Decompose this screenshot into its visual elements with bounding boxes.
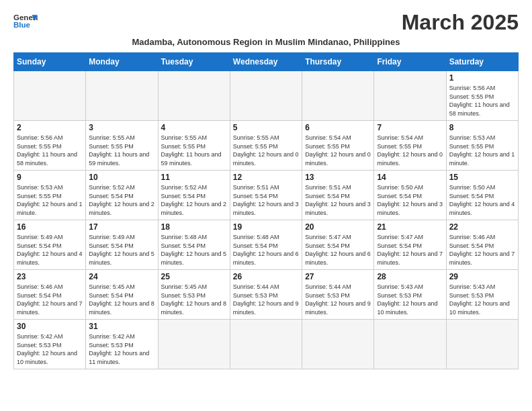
day-number: 31 [89, 322, 154, 331]
header-monday: Monday [86, 53, 158, 71]
day-number: 23 [17, 272, 83, 281]
header-saturday: Saturday [446, 53, 518, 71]
header-thursday: Thursday [302, 53, 374, 71]
table-row: 27Sunrise: 5:44 AM Sunset: 5:53 PM Dayli… [302, 270, 374, 320]
day-number: 28 [377, 272, 443, 281]
table-row: 8Sunrise: 5:53 AM Sunset: 5:55 PM Daylig… [446, 121, 518, 171]
day-info: Sunrise: 5:50 AM Sunset: 5:54 PM Dayligh… [449, 183, 515, 217]
day-info: Sunrise: 5:49 AM Sunset: 5:54 PM Dayligh… [89, 233, 154, 267]
day-info: Sunrise: 5:44 AM Sunset: 5:53 PM Dayligh… [233, 283, 299, 316]
subtitle: Madamba, Autonomous Region in Muslim Min… [13, 37, 519, 47]
day-number: 25 [161, 272, 227, 281]
day-info: Sunrise: 5:48 AM Sunset: 5:54 PM Dayligh… [161, 233, 227, 267]
table-row [230, 320, 302, 369]
table-row: 31Sunrise: 5:42 AM Sunset: 5:53 PM Dayli… [86, 320, 158, 369]
day-info: Sunrise: 5:56 AM Sunset: 5:55 PM Dayligh… [449, 84, 515, 118]
table-row: 20Sunrise: 5:47 AM Sunset: 5:54 PM Dayli… [302, 220, 374, 270]
table-row: 16Sunrise: 5:49 AM Sunset: 5:54 PM Dayli… [14, 220, 86, 270]
table-row: 13Sunrise: 5:51 AM Sunset: 5:54 PM Dayli… [302, 171, 374, 220]
table-row: 2Sunrise: 5:56 AM Sunset: 5:55 PM Daylig… [14, 121, 86, 171]
calendar-week-row: 9Sunrise: 5:53 AM Sunset: 5:55 PM Daylig… [14, 171, 519, 220]
month-title: March 2025 [402, 11, 519, 34]
header-friday: Friday [374, 53, 446, 71]
table-row: 10Sunrise: 5:52 AM Sunset: 5:54 PM Dayli… [86, 171, 158, 220]
day-number: 11 [161, 173, 227, 182]
day-number: 27 [305, 272, 371, 281]
header-sunday: Sunday [14, 53, 86, 71]
table-row: 1Sunrise: 5:56 AM Sunset: 5:55 PM Daylig… [446, 71, 518, 121]
day-number: 26 [233, 272, 299, 281]
day-info: Sunrise: 5:43 AM Sunset: 5:53 PM Dayligh… [377, 283, 443, 316]
day-number: 24 [89, 272, 154, 281]
table-row: 18Sunrise: 5:48 AM Sunset: 5:54 PM Dayli… [158, 220, 230, 270]
table-row: 4Sunrise: 5:55 AM Sunset: 5:55 PM Daylig… [158, 121, 230, 171]
table-row [302, 71, 374, 121]
day-number: 2 [17, 123, 83, 132]
table-row: 26Sunrise: 5:44 AM Sunset: 5:53 PM Dayli… [230, 270, 302, 320]
calendar-week-row: 23Sunrise: 5:46 AM Sunset: 5:54 PM Dayli… [14, 270, 519, 320]
day-info: Sunrise: 5:51 AM Sunset: 5:54 PM Dayligh… [233, 183, 299, 217]
day-info: Sunrise: 5:45 AM Sunset: 5:53 PM Dayligh… [161, 283, 227, 316]
header-tuesday: Tuesday [158, 53, 230, 71]
calendar-week-row: 1Sunrise: 5:56 AM Sunset: 5:55 PM Daylig… [14, 71, 519, 121]
day-number: 5 [233, 123, 299, 132]
day-number: 29 [449, 272, 515, 281]
day-number: 7 [377, 123, 443, 132]
table-row: 3Sunrise: 5:55 AM Sunset: 5:55 PM Daylig… [86, 121, 158, 171]
table-row [86, 71, 158, 121]
table-row: 7Sunrise: 5:54 AM Sunset: 5:55 PM Daylig… [374, 121, 446, 171]
day-number: 19 [233, 222, 299, 232]
day-info: Sunrise: 5:43 AM Sunset: 5:53 PM Dayligh… [449, 283, 515, 316]
day-number: 14 [377, 173, 443, 182]
calendar-table: Sunday Monday Tuesday Wednesday Thursday… [13, 52, 519, 369]
table-row [158, 71, 230, 121]
day-number: 20 [305, 222, 371, 232]
day-info: Sunrise: 5:54 AM Sunset: 5:55 PM Dayligh… [305, 134, 371, 167]
header-wednesday: Wednesday [230, 53, 302, 71]
day-number: 4 [161, 123, 227, 132]
day-info: Sunrise: 5:50 AM Sunset: 5:54 PM Dayligh… [377, 183, 443, 217]
day-number: 18 [161, 222, 227, 232]
table-row: 11Sunrise: 5:52 AM Sunset: 5:54 PM Dayli… [158, 171, 230, 220]
table-row: 30Sunrise: 5:42 AM Sunset: 5:53 PM Dayli… [14, 320, 86, 369]
day-number: 21 [377, 222, 443, 232]
table-row [446, 320, 518, 369]
calendar-body: 1Sunrise: 5:56 AM Sunset: 5:55 PM Daylig… [14, 71, 519, 369]
table-row: 15Sunrise: 5:50 AM Sunset: 5:54 PM Dayli… [446, 171, 518, 220]
day-info: Sunrise: 5:45 AM Sunset: 5:54 PM Dayligh… [89, 283, 154, 316]
table-row: 19Sunrise: 5:48 AM Sunset: 5:54 PM Dayli… [230, 220, 302, 270]
day-number: 13 [305, 173, 371, 182]
table-row: 24Sunrise: 5:45 AM Sunset: 5:54 PM Dayli… [86, 270, 158, 320]
day-info: Sunrise: 5:47 AM Sunset: 5:54 PM Dayligh… [377, 233, 443, 267]
table-row: 21Sunrise: 5:47 AM Sunset: 5:54 PM Dayli… [374, 220, 446, 270]
day-info: Sunrise: 5:46 AM Sunset: 5:54 PM Dayligh… [17, 283, 83, 316]
day-number: 8 [449, 123, 515, 132]
day-info: Sunrise: 5:56 AM Sunset: 5:55 PM Dayligh… [17, 134, 83, 167]
day-number: 10 [89, 173, 154, 182]
table-row: 25Sunrise: 5:45 AM Sunset: 5:53 PM Dayli… [158, 270, 230, 320]
title-area: March 2025 [402, 11, 519, 34]
table-row: 9Sunrise: 5:53 AM Sunset: 5:55 PM Daylig… [14, 171, 86, 220]
table-row [158, 320, 230, 369]
day-info: Sunrise: 5:55 AM Sunset: 5:55 PM Dayligh… [233, 134, 299, 167]
table-row [14, 71, 86, 121]
table-row: 23Sunrise: 5:46 AM Sunset: 5:54 PM Dayli… [14, 270, 86, 320]
calendar-week-row: 16Sunrise: 5:49 AM Sunset: 5:54 PM Dayli… [14, 220, 519, 270]
day-info: Sunrise: 5:52 AM Sunset: 5:54 PM Dayligh… [89, 183, 154, 217]
day-info: Sunrise: 5:44 AM Sunset: 5:53 PM Dayligh… [305, 283, 371, 316]
day-number: 15 [449, 173, 515, 182]
day-info: Sunrise: 5:55 AM Sunset: 5:55 PM Dayligh… [161, 134, 227, 167]
day-info: Sunrise: 5:49 AM Sunset: 5:54 PM Dayligh… [17, 233, 83, 267]
calendar-week-row: 30Sunrise: 5:42 AM Sunset: 5:53 PM Dayli… [14, 320, 519, 369]
table-row: 29Sunrise: 5:43 AM Sunset: 5:53 PM Dayli… [446, 270, 518, 320]
day-info: Sunrise: 5:42 AM Sunset: 5:53 PM Dayligh… [89, 332, 154, 366]
day-number: 22 [449, 222, 515, 232]
day-number: 12 [233, 173, 299, 182]
day-info: Sunrise: 5:42 AM Sunset: 5:53 PM Dayligh… [17, 332, 83, 366]
day-info: Sunrise: 5:55 AM Sunset: 5:55 PM Dayligh… [89, 134, 154, 167]
header: General Blue March 2025 [13, 11, 519, 34]
table-row: 5Sunrise: 5:55 AM Sunset: 5:55 PM Daylig… [230, 121, 302, 171]
day-info: Sunrise: 5:53 AM Sunset: 5:55 PM Dayligh… [449, 134, 515, 167]
day-info: Sunrise: 5:46 AM Sunset: 5:54 PM Dayligh… [449, 233, 515, 267]
page: General Blue March 2025 Madamba, Autonom… [0, 0, 532, 376]
